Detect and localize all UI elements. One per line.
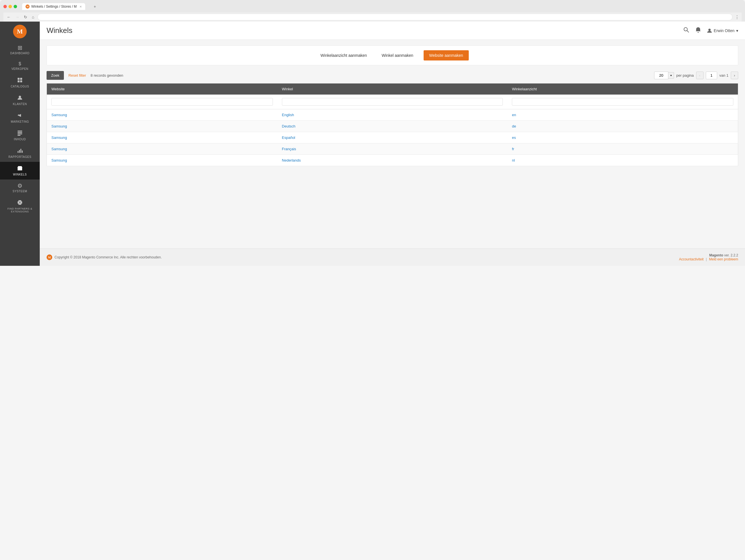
svg-point-4 (19, 96, 21, 98)
main-header: Winkels (40, 22, 745, 40)
table-header-row: Website Winkel Winkelaanzicht (47, 84, 738, 95)
app-footer: M Copyright © 2018 Magento Commerce Inc.… (40, 248, 745, 266)
website-link-4[interactable]: Samsung (52, 147, 67, 151)
footer-version-line: Magento ver. 2.2.2 (679, 253, 738, 257)
sidebar-label-marketing: MARKETING (11, 120, 29, 123)
filter-bar: Zoek Reset filter 8 records gevonden 20 … (46, 71, 738, 80)
per-page-input[interactable]: 20 (654, 71, 668, 79)
sidebar-item-partners[interactable]: FIND PARTNERS & EXTENSIONS (0, 196, 40, 216)
prev-page-button[interactable]: ‹ (696, 71, 704, 79)
fullscreen-dot[interactable] (13, 5, 17, 8)
close-dot[interactable] (3, 5, 7, 8)
klanten-icon (17, 95, 23, 101)
inhoud-icon (17, 130, 23, 136)
create-store-button[interactable]: Winkel aanmaken (377, 51, 418, 60)
footer-right: Magento ver. 2.2.2 Accountactiviteit | M… (679, 253, 738, 261)
notifications-button[interactable] (695, 27, 701, 34)
sidebar-item-rapportages[interactable]: RAPPORTAGES (0, 144, 40, 162)
sidebar-item-systeem[interactable]: ⚙ SYSTEEM (0, 180, 40, 196)
marketing-icon (17, 113, 23, 119)
active-tab[interactable]: M Winkels / Settings / Stores / M ✕ (22, 3, 85, 10)
browser-menu-button[interactable]: ⋮ (735, 14, 739, 20)
website-link-2[interactable]: Samsung (52, 124, 67, 128)
svg-point-21 (698, 32, 699, 33)
address-bar[interactable] (37, 13, 733, 21)
svg-rect-11 (21, 149, 21, 153)
winkelaanzicht-link-2[interactable]: de (512, 124, 516, 128)
browser-addressbar: ← → ↻ ⌂ ⋮ (3, 12, 742, 22)
search-filter-button[interactable]: Zoek (46, 71, 64, 80)
back-button[interactable]: ← (6, 14, 12, 20)
user-icon (707, 28, 712, 33)
footer-copyright: Copyright © 2018 Magento Commerce Inc. A… (55, 255, 162, 259)
winkelaanzicht-link-5[interactable]: nl (512, 158, 515, 162)
winkel-link-2[interactable]: Deutsch (282, 124, 296, 128)
new-tab-button[interactable]: + (88, 3, 102, 10)
sidebar-item-inhoud[interactable]: INHOUD (0, 127, 40, 144)
col-winkel: Winkel (278, 84, 507, 95)
website-link-1[interactable]: Samsung (52, 113, 67, 117)
sidebar-item-winkels[interactable]: WINKELS (0, 162, 40, 180)
footer-left: M Copyright © 2018 Magento Commerce Inc.… (46, 254, 162, 260)
website-link-5[interactable]: Samsung (52, 158, 67, 162)
table-row: Samsung Nederlands nl (47, 155, 738, 166)
winkel-link-5[interactable]: Nederlands (282, 158, 301, 162)
main-content: Winkels (40, 22, 745, 266)
home-button[interactable]: ⌂ (31, 14, 35, 20)
forward-button[interactable]: → (14, 14, 21, 20)
reload-button[interactable]: ↻ (23, 14, 28, 20)
footer-account-link[interactable]: Accountactiviteit (679, 257, 704, 261)
sidebar-item-catalogus[interactable]: CATALOGUS (0, 74, 40, 91)
per-page-select: 20 ▾ (654, 71, 674, 79)
create-website-button[interactable]: Website aanmaken (424, 50, 469, 61)
table-row: Samsung Deutsch de (47, 121, 738, 132)
sidebar-item-klanten[interactable]: KLANTEN (0, 91, 40, 109)
filter-winkel-input[interactable] (282, 98, 503, 106)
sidebar-item-marketing[interactable]: MARKETING (0, 109, 40, 127)
page-title: Winkels (46, 26, 72, 35)
table-row: Samsung Français fr (47, 144, 738, 155)
sidebar-label-dashboard: DASHBOARD (10, 52, 30, 55)
svg-rect-0 (18, 78, 20, 80)
svg-rect-7 (18, 133, 22, 134)
user-menu[interactable]: Erwin Otten ▾ (707, 28, 738, 33)
next-page-button[interactable]: › (731, 71, 738, 79)
sidebar-item-verkopen[interactable]: $ VERKOPEN (0, 58, 40, 74)
app-wrapper: M ⊞ DASHBOARD $ VERKOPEN CATALOGUS (0, 22, 745, 266)
sidebar-label-verkopen: VERKOPEN (11, 67, 28, 70)
browser-dots (3, 5, 17, 8)
winkel-link-4[interactable]: Français (282, 147, 296, 151)
col-website: Website (47, 84, 278, 95)
winkel-link-3[interactable]: Español (282, 135, 295, 140)
winkelaanzicht-link-1[interactable]: en (512, 113, 516, 117)
winkelaanzicht-link-4[interactable]: fr (512, 147, 514, 151)
browser-chrome: M Winkels / Settings / Stores / M ✕ + ← … (0, 0, 745, 22)
minimize-dot[interactable] (8, 5, 12, 8)
sidebar-logo[interactable]: M (0, 22, 40, 41)
action-bar: Winkelaanzicht aanmaken Winkel aanmaken … (46, 45, 738, 65)
partners-icon (17, 199, 23, 206)
website-link-3[interactable]: Samsung (52, 135, 67, 140)
tab-title: Winkels / Settings / Stores / M (31, 4, 77, 8)
user-chevron-icon: ▾ (736, 28, 738, 33)
filter-winkelaanzicht-input[interactable] (512, 98, 733, 106)
data-table: Website Winkel Winkelaanzicht Samsung En… (46, 83, 738, 166)
page-number-input[interactable]: 1 (706, 71, 717, 79)
svg-rect-3 (20, 81, 22, 82)
tab-close-icon[interactable]: ✕ (79, 5, 82, 8)
sidebar-item-dashboard[interactable]: ⊞ DASHBOARD (0, 41, 40, 58)
svg-rect-8 (18, 135, 21, 136)
per-page-dropdown-button[interactable]: ▾ (668, 72, 674, 79)
winkel-link-1[interactable]: English (282, 113, 294, 117)
table-row: Samsung English en (47, 109, 738, 121)
filter-website-input[interactable] (52, 98, 273, 106)
winkelaanzicht-link-3[interactable]: es (512, 135, 516, 140)
svg-rect-9 (18, 151, 19, 153)
footer-version-label: Magento (709, 253, 723, 257)
svg-rect-2 (18, 81, 20, 82)
search-button[interactable] (683, 27, 689, 34)
footer-report-link[interactable]: Meld een probleem (709, 257, 738, 261)
create-view-button[interactable]: Winkelaanzicht aanmaken (316, 51, 371, 60)
reset-filter-button[interactable]: Reset filter (68, 73, 86, 77)
svg-rect-15 (18, 201, 20, 204)
